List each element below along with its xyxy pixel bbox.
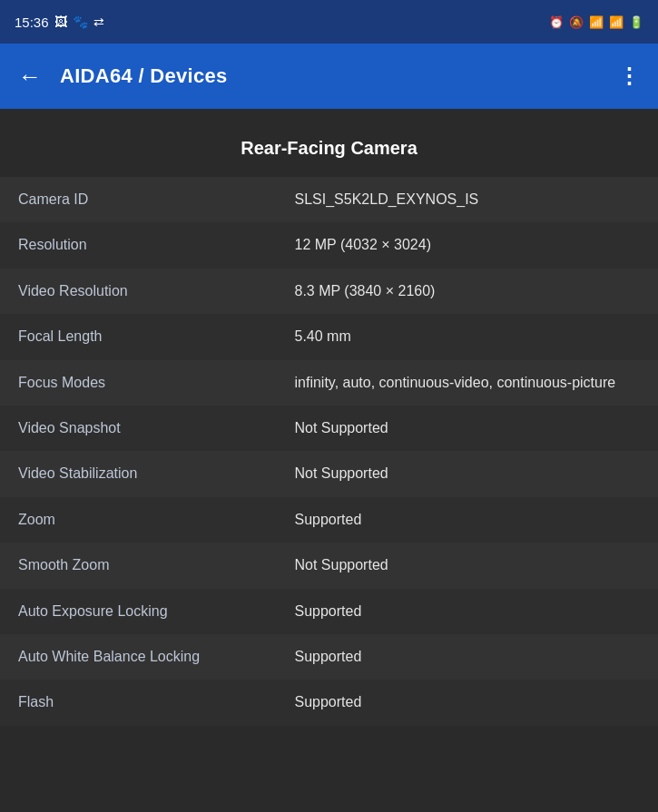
row-value: Not Supported [277, 406, 659, 451]
row-value: infinity, auto, continuous-video, contin… [277, 360, 659, 406]
content-area: Rear-Facing Camera Camera IDSLSI_S5K2LD_… [0, 109, 658, 740]
row-label: Focal Length [0, 314, 277, 359]
section-title: Rear-Facing Camera [0, 123, 658, 177]
app-bar: ← AIDA64 / Devices ⋮ [0, 44, 658, 109]
camera-info-table: Camera IDSLSI_S5K2LD_EXYNOS_ISResolution… [0, 177, 658, 726]
status-time: 15:36 [15, 15, 49, 30]
overflow-menu-button[interactable]: ⋮ [614, 60, 643, 93]
row-value: Not Supported [277, 451, 659, 496]
table-row: FlashSupported [0, 680, 658, 725]
row-value: Supported [277, 589, 659, 634]
screenshot-icon: 🖼 [54, 15, 67, 29]
row-value: 8.3 MP (3840 × 2160) [277, 269, 659, 314]
table-row: Camera IDSLSI_S5K2LD_EXYNOS_IS [0, 177, 658, 222]
row-label: Resolution [0, 222, 277, 268]
alarm-icon: ⏰ [549, 15, 564, 29]
table-row: Video StabilizationNot Supported [0, 451, 658, 496]
nfc-icon: 🐾 [73, 15, 88, 29]
signal-icon: 📶 [609, 15, 624, 29]
sync-icon: ⇄ [93, 15, 104, 29]
row-label: Auto White Balance Locking [0, 634, 277, 680]
row-label: Camera ID [0, 177, 277, 222]
wifi-icon: 📶 [589, 15, 604, 29]
row-label: Video Snapshot [0, 406, 277, 451]
back-button[interactable]: ← [15, 59, 45, 94]
row-label: Video Stabilization [0, 451, 277, 496]
row-label: Auto Exposure Locking [0, 589, 277, 634]
table-row: Resolution12 MP (4032 × 3024) [0, 222, 658, 268]
table-row: Auto Exposure LockingSupported [0, 589, 658, 634]
row-label: Focus Modes [0, 360, 277, 406]
table-row: Auto White Balance LockingSupported [0, 634, 658, 680]
row-value: SLSI_S5K2LD_EXYNOS_IS [277, 177, 659, 222]
status-bar-left: 15:36 🖼 🐾 ⇄ [15, 15, 104, 30]
table-row: Video Resolution8.3 MP (3840 × 2160) [0, 269, 658, 314]
row-label: Flash [0, 680, 277, 725]
table-row: Focus Modesinfinity, auto, continuous-vi… [0, 360, 658, 406]
status-bar-right: ⏰ 🔕 📶 📶 🔋 [549, 15, 643, 29]
status-bar: 15:36 🖼 🐾 ⇄ ⏰ 🔕 📶 📶 🔋 [0, 0, 658, 44]
row-value: Not Supported [277, 543, 659, 588]
row-value: Supported [277, 680, 659, 725]
row-value: Supported [277, 634, 659, 680]
app-bar-title: AIDA64 / Devices [60, 64, 600, 88]
mute-icon: 🔕 [569, 15, 584, 29]
row-value: Supported [277, 497, 659, 543]
row-label: Video Resolution [0, 269, 277, 314]
table-row: Smooth ZoomNot Supported [0, 543, 658, 588]
battery-icon: 🔋 [629, 15, 643, 29]
row-label: Smooth Zoom [0, 543, 277, 588]
table-row: Focal Length5.40 mm [0, 314, 658, 359]
row-value: 12 MP (4032 × 3024) [277, 222, 659, 268]
row-label: Zoom [0, 497, 277, 543]
table-row: Video SnapshotNot Supported [0, 406, 658, 451]
row-value: 5.40 mm [277, 314, 659, 359]
table-row: ZoomSupported [0, 497, 658, 543]
